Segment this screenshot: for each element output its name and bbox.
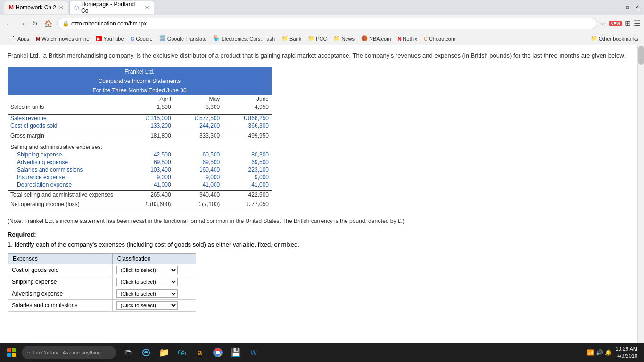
- youtube-icon: ▶: [96, 36, 102, 41]
- row-may: 160,400: [174, 166, 223, 173]
- window-controls: — □ ✕: [615, 4, 640, 11]
- row-june: 41,000: [223, 181, 272, 189]
- bookmark-youtube-label: YouTube: [103, 36, 124, 41]
- netflix-icon: N: [397, 36, 401, 41]
- url-text: ezto.mheducation.com/hm.tpx: [71, 20, 147, 27]
- row-may: £ (7,100): [174, 200, 223, 209]
- bookmark-bank[interactable]: 📁 Bank: [279, 34, 304, 42]
- tab-favicon-2: ⬡: [74, 5, 79, 11]
- classification-table: Expenses Classification Cost of goods so…: [8, 253, 196, 312]
- menu-button[interactable]: ☰: [634, 19, 640, 28]
- classif-expense-4: Salaries and commissions: [8, 299, 113, 311]
- bookmark-electronics[interactable]: 🏪 Electronics, Cars, Fash: [210, 34, 278, 42]
- classif-col1-header: Expenses: [8, 253, 113, 264]
- intro-paragraph: Frankel Ltd., a British merchandising co…: [8, 51, 636, 60]
- bookmark-pcc[interactable]: 📁 PCC: [305, 34, 330, 42]
- google-icon: G: [131, 36, 135, 41]
- tab-homepage[interactable]: ⬡ Homepage - Portland Co ✕: [69, 1, 154, 14]
- row-april: £ (83,600): [125, 200, 174, 209]
- bookmark-other[interactable]: 📁 Other bookmarks: [588, 34, 641, 42]
- scrollbar-track[interactable]: [637, 45, 644, 343]
- home-button[interactable]: 🏠: [42, 19, 54, 28]
- tab-title-1: Homework Ch 2: [16, 4, 56, 11]
- row-label: Total selling and administrative expense…: [8, 190, 125, 198]
- table-row: Shipping expense 42,500 60,500 80,300: [8, 151, 272, 158]
- col-label-header: [8, 95, 125, 103]
- classif-select-4[interactable]: (Click to select) Variable Fixed Mixed: [116, 301, 178, 310]
- classif-select-cell-2[interactable]: (Click to select) Variable Fixed Mixed: [112, 276, 196, 288]
- table-row: Gross margin 181,800 333,300 499,950: [8, 132, 272, 140]
- row-june: 69,500: [223, 158, 272, 166]
- row-april: 1,800: [125, 103, 174, 111]
- maximize-button[interactable]: □: [624, 4, 631, 11]
- table-row: Advertising expense 69,500 69,500 69,500: [8, 158, 272, 166]
- bookmark-watch-label: Watch movies online: [41, 36, 89, 41]
- bookmark-translate[interactable]: 🔤 Google Translate: [157, 34, 210, 42]
- minimize-button[interactable]: —: [615, 4, 621, 11]
- close-button[interactable]: ✕: [634, 4, 640, 11]
- required-item1: 1. Identify each of the company's expens…: [8, 240, 636, 249]
- bookmark-nba[interactable]: 🏀 NBA.com: [358, 34, 394, 42]
- row-label: Sales revenue: [8, 115, 125, 123]
- row-label: Net operating income (loss): [8, 200, 125, 209]
- table-subtitle2: For the Three Months Ended June 30: [8, 86, 272, 95]
- table-row: Salaries and commissions 103,400 160,400…: [8, 166, 272, 173]
- classif-select-1[interactable]: (Click to select) Variable Fixed Mixed: [116, 266, 178, 274]
- row-april: 41,000: [125, 181, 174, 189]
- required-label: Required:: [8, 231, 636, 238]
- tab-favicon-1: M: [9, 4, 14, 11]
- bookmark-other-label: Other bookmarks: [599, 36, 638, 41]
- extension-icon[interactable]: ⊞: [625, 19, 631, 28]
- classif-select-3[interactable]: (Click to select) Variable Fixed Mixed: [116, 289, 178, 298]
- back-button[interactable]: ←: [4, 19, 14, 28]
- table-row: Sales revenue £ 315,000 £ 577,500 £ 866,…: [8, 115, 272, 123]
- bookmark-netflix[interactable]: N Netflix: [395, 35, 420, 42]
- scrollbar-thumb[interactable]: [638, 46, 644, 65]
- url-input[interactable]: 🔒 ezto.mheducation.com/hm.tpx: [57, 18, 597, 29]
- tab-close-1[interactable]: ✕: [59, 5, 63, 11]
- table-row-net: Net operating income (loss) £ (83,600) £…: [8, 200, 272, 209]
- tab-homework[interactable]: M Homework Ch 2 ✕: [4, 1, 68, 14]
- row-label: Depreciation expense: [8, 181, 125, 189]
- bookmark-pcc-label: PCC: [316, 36, 327, 41]
- row-may: 3,300: [174, 103, 223, 111]
- classif-select-cell-4[interactable]: (Click to select) Variable Fixed Mixed: [112, 299, 196, 311]
- classif-row-3: Advertising expense (Click to select) Va…: [8, 288, 196, 299]
- bookmark-youtube[interactable]: ▶ YouTube: [93, 35, 126, 42]
- row-april: 103,400: [125, 166, 174, 173]
- classif-select-cell-3[interactable]: (Click to select) Variable Fixed Mixed: [112, 288, 196, 299]
- bookmark-netflix-label: Netflix: [403, 36, 417, 41]
- refresh-button[interactable]: ↻: [30, 19, 40, 28]
- pcc-icon: 📁: [308, 35, 314, 41]
- row-label: Salaries and commissions: [8, 166, 125, 173]
- row-april: £ 315,000: [125, 115, 174, 123]
- other-icon: 📁: [591, 35, 597, 41]
- classif-select-cell-1[interactable]: (Click to select) Variable Fixed Mixed: [112, 264, 196, 276]
- row-may: 340,400: [174, 190, 223, 198]
- row-may: 333,300: [174, 132, 223, 140]
- row-april: 133,200: [125, 122, 174, 130]
- bookmark-apps[interactable]: ⋮⋮ Apps: [3, 34, 32, 42]
- tab-close-2[interactable]: ✕: [145, 5, 149, 11]
- spacer-row: [8, 111, 272, 115]
- row-may: 60,500: [174, 151, 223, 158]
- bookmark-star[interactable]: ☆: [600, 20, 606, 27]
- bookmark-watch[interactable]: M Watch movies online: [33, 35, 92, 42]
- forward-button[interactable]: →: [17, 19, 27, 28]
- bookmark-apps-label: Apps: [17, 36, 29, 41]
- row-june: 4,950: [223, 103, 272, 111]
- row-june: 9,000: [223, 173, 272, 181]
- row-june: £ 866,250: [223, 115, 272, 123]
- table-row: Cost of goods sold 133,200 244,200 366,3…: [8, 122, 272, 130]
- m-icon: M: [36, 36, 40, 41]
- bookmark-google[interactable]: G Google: [128, 35, 156, 42]
- row-june: 499,950: [223, 132, 272, 140]
- classif-row-4: Salaries and commissions (Click to selec…: [8, 299, 196, 311]
- bookmark-news[interactable]: 📁 News: [330, 34, 357, 42]
- classif-select-2[interactable]: (Click to select) Variable Fixed Mixed: [116, 278, 178, 286]
- bookmark-chegg[interactable]: C Chegg.com: [421, 35, 458, 42]
- row-may: 244,200: [174, 122, 223, 130]
- required-section: Required: 1. Identify each of the compan…: [8, 231, 636, 312]
- bookmarks-bar: ⋮⋮ Apps M Watch movies online ▶ YouTube …: [0, 32, 644, 45]
- col-april-header: April: [125, 95, 174, 103]
